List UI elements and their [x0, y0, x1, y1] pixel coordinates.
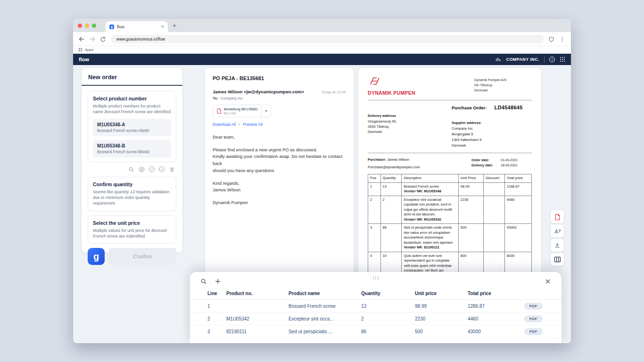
- product-name: Bossard French screw B8x60: [97, 149, 167, 154]
- app-content: New order Select product number Multiple…: [73, 65, 571, 343]
- swap-icon[interactable]: [139, 166, 145, 173]
- divider: [368, 100, 532, 100]
- po-number: LD4548645: [494, 105, 522, 110]
- product-option-a[interactable]: M1U05348-A Bossard French screw A8x60: [93, 119, 171, 136]
- email-timestamp: Today at 10:46: [322, 90, 346, 94]
- section-title: Select product number: [93, 96, 171, 101]
- new-tab-button[interactable]: +: [173, 22, 176, 29]
- app-brand: flow: [79, 57, 89, 62]
- divider: [368, 153, 532, 153]
- attachment-name: Bestellung BE135681: [224, 107, 258, 111]
- close-window-button[interactable]: [78, 24, 82, 28]
- panel-title: New order: [82, 68, 182, 86]
- pdf-logo-block: DYNAMIK PUMPEN: [368, 75, 415, 96]
- tab-title: flow: [117, 25, 124, 29]
- help-icon[interactable]: ?: [149, 166, 155, 172]
- document-side-toolbar: [551, 210, 564, 266]
- product-code: M1U05348-B: [97, 143, 167, 148]
- po-label: Purchase Order:: [452, 105, 487, 110]
- window-controls: [78, 24, 96, 28]
- apps-bookmark[interactable]: Apps: [85, 48, 93, 52]
- email-subject: PO PEJA - BE135681: [213, 75, 346, 81]
- confirm-quantity-section: Confirm quantity Seems like quantity 13 …: [88, 177, 176, 211]
- sheet-row[interactable]: 3 82190111 Sed ut perspiciatis ... 86 50…: [190, 325, 561, 338]
- pdf-file-icon[interactable]: [551, 210, 564, 223]
- email-greeting: Dear team,: [213, 134, 346, 141]
- pdf-badge[interactable]: PDF: [524, 315, 543, 322]
- email-body: Dear team, Please find enclosed a new ur…: [213, 134, 346, 206]
- close-icon[interactable]: [545, 278, 551, 285]
- forward-arrow-icon[interactable]: [89, 36, 96, 42]
- search-icon[interactable]: [128, 166, 134, 173]
- download-icon[interactable]: [551, 239, 564, 252]
- kebab-menu-icon[interactable]: [559, 36, 566, 42]
- attachment-chip[interactable]: Bestellung BE135681 86.2 KB ▼: [213, 105, 271, 117]
- panel-footer: g Confirm: [88, 248, 176, 265]
- zoom-window-button[interactable]: [92, 24, 96, 28]
- tab-strip: g flow × +: [73, 19, 571, 32]
- close-tab-icon[interactable]: ×: [161, 24, 164, 29]
- translate-icon[interactable]: [551, 224, 564, 238]
- product-option-b[interactable]: M1U05348-B Bossard French screw B8x60: [93, 140, 171, 157]
- sheet-row[interactable]: 2 M1U05342 Excepteur sint occa... 2 2230…: [190, 313, 561, 325]
- confirm-button[interactable]: Confirm: [109, 248, 176, 265]
- pdf-badge[interactable]: PDF: [524, 303, 543, 310]
- app-grid-icon[interactable]: [560, 57, 565, 62]
- desktop-background: g flow × + www.goautonomous.io/flow: [0, 0, 644, 362]
- table-view-icon[interactable]: [551, 253, 564, 266]
- unit-price-section: Select the unit price Multiple values fo…: [88, 215, 176, 244]
- supplier-address-block: Supplier address: Company Inc. Borgergad…: [452, 115, 532, 148]
- section-description: Seems like quantity 13 requires validati…: [93, 189, 171, 206]
- section-description: Multiple product numbers for product nam…: [93, 103, 171, 115]
- browser-window: g flow × + www.goautonomous.io/flow: [73, 19, 571, 343]
- email-recipient: To: Company inc.: [213, 96, 346, 100]
- section-title: Confirm quantity: [93, 181, 171, 187]
- section-title: Select the unit price: [93, 220, 171, 226]
- dynamik-logo-icon: [368, 75, 382, 87]
- dismiss-icon[interactable]: ×: [159, 166, 165, 172]
- address-bar[interactable]: www.goautonomous.io/flow: [111, 35, 544, 43]
- chevron-down-icon[interactable]: ▼: [261, 105, 271, 117]
- product-code: M1U05348-A: [97, 122, 167, 127]
- app-header: flow COMPANY INC. ?: [73, 54, 571, 65]
- search-icon[interactable]: [200, 278, 207, 285]
- table-header-row: Pos Quantity Description Unit Price Disc…: [368, 174, 532, 183]
- separator: •: [239, 122, 240, 127]
- email-signoff: Kind regards, James Wilson: [213, 180, 346, 194]
- purchaser-email: Purchase@dynamikpumpen.com: [368, 165, 420, 169]
- company-name: COMPANY INC.: [506, 57, 539, 62]
- line-items-sheet: Line Product no. Product name Quantity U…: [190, 272, 561, 343]
- pdf-wordmark: DYNAMIK PUMPEN: [368, 90, 415, 96]
- back-arrow-icon[interactable]: [78, 36, 85, 42]
- reload-icon[interactable]: [100, 36, 107, 42]
- pdf-badge[interactable]: PDF: [524, 328, 543, 335]
- help-icon[interactable]: ?: [549, 57, 555, 62]
- goautonomous-logo-button[interactable]: g: [88, 248, 105, 265]
- trash-icon[interactable]: [169, 166, 175, 173]
- new-order-panel: New order Select product number Multiple…: [82, 68, 182, 253]
- drag-handle-icon[interactable]: [372, 273, 380, 282]
- divider: [544, 57, 545, 63]
- product-name: Bossard French screw A8x60: [97, 128, 167, 133]
- email-company: Dynamik Pumpen: [213, 199, 346, 206]
- plus-icon[interactable]: [215, 278, 221, 285]
- company-logo-icon: [495, 57, 502, 62]
- purchaser-block: Purchaser: James Wilson Purchase@dynamik…: [368, 157, 420, 169]
- download-all-link[interactable]: Download All: [213, 122, 236, 127]
- table-row: 3 86 Sed ut perspiciatis unde omnis iste…: [368, 224, 532, 252]
- bookmarks-bar: Apps: [73, 46, 571, 54]
- apps-grid-icon: [78, 48, 83, 52]
- preview-all-link[interactable]: Preview All: [243, 122, 263, 127]
- pdf-letterhead: Dynamik Pumpen A/S DK-Tårstrup Denmark: [474, 75, 532, 96]
- section-description: Multiple values for unit price for Bossa…: [93, 228, 171, 239]
- dates-block: Order date:01-03-2021 Delivery date:18-0…: [471, 157, 532, 169]
- minimize-window-button[interactable]: [85, 24, 89, 28]
- email-sender: James Wilson <jw@dynamicpumpen.com>: [213, 89, 304, 94]
- browser-tab[interactable]: g flow ×: [106, 21, 168, 32]
- table-row: 2 2 Excepteur sint occaecat cupidatat no…: [368, 196, 532, 224]
- sheet-row[interactable]: 1 Bossard French screw 13 98.99 1286.87 …: [190, 300, 561, 313]
- shield-icon[interactable]: [548, 36, 555, 42]
- message-tools: ? ×: [88, 166, 176, 173]
- email-paragraph: Please find enclosed a new urgent PO as …: [213, 147, 346, 174]
- pdf-file-icon: [216, 108, 222, 114]
